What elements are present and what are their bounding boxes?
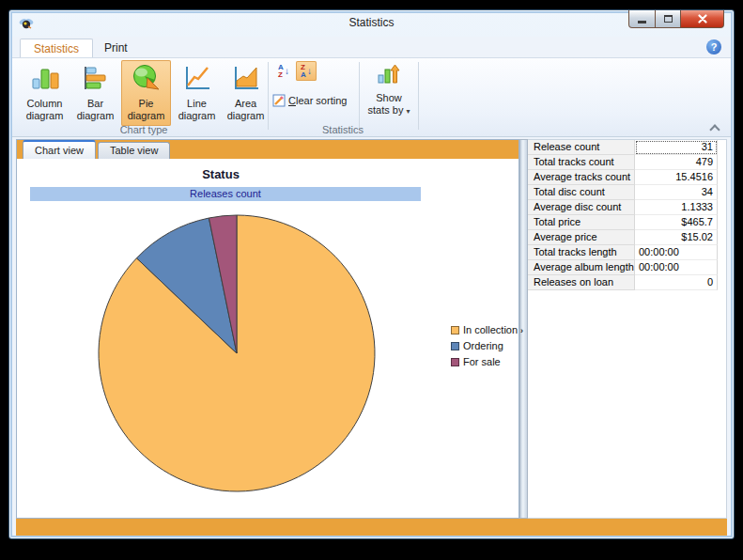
- group-label-chart-type: Chart type: [20, 124, 268, 135]
- stats-row-average-disc-count: Average disc count1.1333: [528, 200, 718, 215]
- stats-value[interactable]: 00:00:00: [635, 245, 718, 260]
- sort-descending-icon: ZA ↓: [301, 64, 312, 79]
- sort-ascending-icon: AZ ↓: [278, 64, 289, 79]
- chart-legend: In collectionOrderingFor sale: [451, 324, 518, 372]
- chevron-down-icon: ▾: [406, 107, 410, 116]
- stats-value[interactable]: 0: [635, 275, 718, 290]
- stats-row-average-tracks-count: Average tracks count15.4516: [528, 170, 718, 185]
- clear-sorting-icon: [272, 94, 286, 107]
- show-stats-icon: [377, 62, 401, 86]
- button-label: Pie diagram: [121, 98, 171, 122]
- area-chart-icon: [231, 63, 261, 93]
- stats-label: Total tracks count: [528, 155, 635, 170]
- tab-print[interactable]: Print: [91, 39, 141, 57]
- stats-value[interactable]: 34: [635, 185, 718, 200]
- group-label-statistics: Statistics: [268, 124, 418, 135]
- stats-row-total-tracks-length: Total tracks length00:00:00: [528, 245, 718, 260]
- minimize-button[interactable]: [628, 10, 656, 28]
- chart-title: Status: [17, 167, 425, 181]
- title-bar: Statistics: [9, 10, 734, 37]
- stats-table: Release count31Total tracks count479Aver…: [528, 140, 718, 290]
- area-diagram-button[interactable]: Area diagram: [221, 60, 271, 126]
- legend-label: In collection: [463, 324, 518, 335]
- button-label: Bar diagram: [70, 98, 120, 122]
- series-banner: Releases count: [30, 187, 421, 201]
- stats-row-release-count: Release count31: [528, 140, 718, 155]
- group-separator: [359, 62, 360, 130]
- bar-diagram-button[interactable]: Bar diagram: [70, 60, 120, 126]
- chart-panel: Chart view Table view Status Releases co…: [16, 139, 519, 519]
- stats-label: Total disc count: [528, 185, 635, 200]
- chart-area: Status Releases count In collectionOrder…: [17, 159, 519, 518]
- close-button[interactable]: [681, 10, 724, 28]
- view-tab-strip: Chart view Table view: [17, 140, 519, 159]
- line-chart-icon: [182, 63, 212, 93]
- stats-label: Average album length: [528, 260, 635, 275]
- maximize-button[interactable]: [656, 10, 681, 28]
- legend-item-for-sale: For sale: [451, 356, 518, 367]
- stats-label: Total price: [528, 215, 635, 230]
- stats-value[interactable]: 15.4516: [635, 170, 718, 185]
- app-window: Statistics Statistics Print ?: [8, 9, 735, 539]
- maximize-icon: [664, 15, 673, 23]
- pie-chart-icon: [132, 63, 162, 93]
- main-content: Chart view Table view Status Releases co…: [16, 139, 727, 519]
- tab-chart-view[interactable]: Chart view: [23, 140, 96, 159]
- bottom-accent-strip: [16, 519, 727, 536]
- stats-label: Average disc count: [528, 200, 635, 215]
- panel-splitter[interactable]: ›: [519, 139, 528, 519]
- stats-panel: Release count31Total tracks count479Aver…: [528, 139, 727, 519]
- close-icon: [698, 14, 707, 23]
- stats-value[interactable]: 31: [635, 140, 718, 155]
- legend-item-in-collection: In collection: [451, 324, 518, 335]
- pie-chart: [96, 212, 378, 494]
- button-label: Line diagram: [172, 98, 222, 122]
- stats-row-average-album-length: Average album length00:00:00: [528, 260, 718, 275]
- button-label: Column diagram: [20, 98, 70, 122]
- legend-label: For sale: [463, 356, 501, 367]
- help-icon[interactable]: ?: [706, 39, 721, 54]
- pie-diagram-button[interactable]: Pie diagram: [121, 60, 171, 126]
- stats-label: Total tracks length: [528, 245, 635, 260]
- stats-label: Average tracks count: [528, 170, 635, 185]
- button-label: Area diagram: [221, 98, 271, 122]
- app-body: Statistics Print ? Column diagram: [12, 37, 731, 536]
- ribbon-tab-row: Statistics Print ?: [12, 37, 731, 57]
- stats-value[interactable]: 00:00:00: [635, 260, 718, 275]
- column-diagram-button[interactable]: Column diagram: [20, 60, 70, 126]
- stats-value[interactable]: 1.1333: [635, 200, 718, 215]
- line-diagram-button[interactable]: Line diagram: [172, 60, 222, 126]
- legend-swatch: [451, 326, 459, 334]
- minimize-icon: [638, 21, 646, 23]
- stats-row-total-price: Total price$465.7: [528, 215, 718, 230]
- legend-swatch: [451, 358, 459, 366]
- stats-value[interactable]: $15.02: [635, 230, 718, 245]
- clear-sorting-button[interactable]: Clear sorting: [272, 94, 347, 107]
- collapse-panel-icon: ›: [520, 326, 523, 335]
- group-separator: [418, 62, 419, 130]
- legend-item-ordering: Ordering: [451, 340, 518, 351]
- group-separator: [268, 62, 269, 130]
- collapse-ribbon-icon[interactable]: [709, 124, 720, 134]
- show-stats-label: Show stats by ▾: [362, 92, 416, 117]
- stats-row-average-price: Average price$15.02: [528, 230, 718, 245]
- stats-label: Releases on loan: [528, 275, 635, 290]
- column-chart-icon: [30, 63, 60, 93]
- stats-row-total-tracks-count: Total tracks count479: [528, 155, 718, 170]
- legend-label: Ordering: [463, 340, 503, 351]
- stats-label: Average price: [528, 230, 635, 245]
- window-controls: [628, 10, 724, 28]
- stats-value[interactable]: $465.7: [635, 215, 718, 230]
- tab-statistics[interactable]: Statistics: [20, 39, 93, 57]
- sort-ascending-button[interactable]: AZ ↓: [273, 61, 294, 81]
- legend-swatch: [451, 342, 459, 350]
- stats-row-total-disc-count: Total disc count34: [528, 185, 718, 200]
- sort-descending-button[interactable]: ZA ↓: [296, 61, 317, 81]
- show-stats-by-button[interactable]: Show stats by ▾: [362, 62, 416, 117]
- bar-chart-icon: [81, 63, 111, 93]
- tab-table-view[interactable]: Table view: [98, 142, 170, 159]
- stats-label: Release count: [528, 140, 635, 155]
- clear-sorting-label: Clear sorting: [288, 95, 347, 106]
- stats-value[interactable]: 479: [635, 155, 718, 170]
- window-title: Statistics: [9, 16, 734, 29]
